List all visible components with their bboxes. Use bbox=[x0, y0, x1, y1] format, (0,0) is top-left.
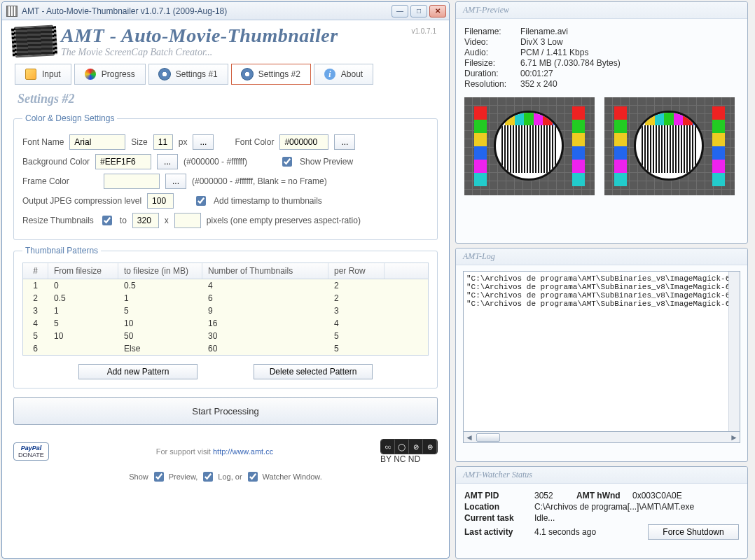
resize-to: to bbox=[120, 216, 127, 225]
duration-val: 00:01:27 bbox=[520, 69, 553, 78]
resize-checkbox[interactable] bbox=[102, 216, 112, 225]
cc-license-badge[interactable]: ㏄◯⊘⊜ BY NC ND bbox=[380, 439, 438, 464]
table-row[interactable]: 20.5162 bbox=[23, 292, 428, 304]
frame-color-picker-button[interactable]: ... bbox=[165, 174, 186, 189]
tab-settings1-label: Settings #1 bbox=[176, 69, 218, 79]
show-preview-text: Preview, bbox=[169, 472, 198, 481]
progress-icon bbox=[85, 69, 96, 80]
watcher-title: AMT-Watcher Status bbox=[456, 467, 747, 484]
show-preview-toggle[interactable] bbox=[154, 472, 164, 482]
paypal-donate-button[interactable]: PayPal DONATE bbox=[13, 442, 49, 461]
log-scrollbar-vertical[interactable] bbox=[728, 272, 740, 431]
font-color-label: Font Color bbox=[235, 137, 274, 147]
hwnd-key: AMT hWnd bbox=[576, 491, 632, 500]
patterns-fieldset: Thumbnail Patterns # From filesize to fi… bbox=[13, 246, 438, 388]
start-processing-button[interactable]: Start Processing bbox=[13, 397, 438, 425]
tab-input[interactable]: Input bbox=[15, 64, 71, 85]
tab-settings2[interactable]: Settings #2 bbox=[231, 64, 311, 85]
table-row[interactable]: 31593 bbox=[23, 304, 428, 317]
bg-color-input[interactable] bbox=[95, 154, 151, 169]
resolution-key: Resolution: bbox=[464, 79, 520, 89]
table-row[interactable]: 100.542 bbox=[23, 279, 428, 292]
last-key: Last activity bbox=[464, 527, 534, 537]
preview-panel: AMT-Preview Filename:Filename.avi Video:… bbox=[455, 1, 748, 244]
tab-settings2-label: Settings #2 bbox=[258, 69, 300, 79]
tab-progress-label: Progress bbox=[102, 69, 135, 79]
force-shutdown-button[interactable]: Force Shutdown bbox=[648, 524, 739, 540]
show-preview-label: Show Preview bbox=[300, 157, 353, 167]
patterns-legend: Thumbnail Patterns bbox=[22, 246, 101, 255]
filesize-val: 6.71 MB (7.030.784 Bytes) bbox=[520, 58, 621, 68]
resolution-val: 352 x 240 bbox=[520, 79, 557, 89]
col-from: From filesize bbox=[48, 263, 118, 279]
bg-color-picker-button[interactable]: ... bbox=[157, 154, 178, 169]
bg-color-label: Background Color bbox=[22, 157, 90, 167]
jpeg-level-input[interactable] bbox=[147, 193, 174, 209]
frame-hint: (#000000 - #ffffff, Blank = no Frame) bbox=[192, 176, 327, 186]
location-val: C:\Archivos de programa[...]\AMT\AMT.exe bbox=[534, 502, 694, 512]
add-pattern-button[interactable]: Add new Pattern bbox=[78, 364, 198, 379]
frame-color-input[interactable] bbox=[104, 174, 160, 189]
table-row[interactable]: 6Else605 bbox=[23, 342, 428, 355]
audio-val: PCM / 1.411 Kbps bbox=[520, 48, 588, 57]
show-watcher-toggle[interactable] bbox=[248, 472, 258, 482]
table-row[interactable]: 51050305 bbox=[23, 330, 428, 342]
delete-pattern-button[interactable]: Delete selected Pattern bbox=[254, 364, 373, 379]
pattern-table-body[interactable]: 100.54220.5162315934510164510503056Else6… bbox=[23, 279, 428, 355]
show-preview-checkbox[interactable] bbox=[282, 157, 292, 167]
duration-key: Duration: bbox=[464, 69, 520, 78]
support-link[interactable]: http://www.amt.cc bbox=[213, 447, 273, 456]
frame-color-label: Frame Color bbox=[22, 176, 98, 186]
color-design-fieldset: Color & Design Settings Font Name Size p… bbox=[13, 113, 438, 240]
tab-settings1[interactable]: Settings #1 bbox=[148, 64, 228, 85]
resize-width-input[interactable] bbox=[132, 213, 159, 228]
tab-bar: Input Progress Settings #1 Settings #2 i… bbox=[2, 59, 449, 90]
font-name-label: Font Name bbox=[22, 137, 64, 147]
resize-x: x bbox=[165, 216, 169, 225]
minimize-button[interactable]: — bbox=[392, 5, 408, 18]
paypal-donate-label: DONATE bbox=[18, 451, 44, 458]
log-textarea[interactable]: "C:\Archivos de programa\AMT\SubBinaries… bbox=[463, 271, 740, 432]
watcher-panel: AMT-Watcher Status AMT PID 3052 AMT hWnd… bbox=[455, 466, 748, 559]
jpeg-label: Output JPEG compression level bbox=[22, 196, 141, 206]
font-color-picker-button[interactable]: ... bbox=[334, 134, 355, 150]
resize-hint: pixels (one empty preserves aspect-ratio… bbox=[207, 216, 361, 225]
resize-height-input[interactable] bbox=[174, 213, 201, 228]
col-num: # bbox=[23, 263, 48, 279]
input-icon bbox=[25, 69, 36, 80]
maximize-button[interactable]: □ bbox=[410, 5, 427, 18]
pattern-table: # From filesize to filesize (in MB) Numb… bbox=[22, 262, 429, 356]
gear-icon bbox=[242, 69, 253, 80]
task-key: Current task bbox=[464, 513, 534, 523]
show-row: Show Preview, Log, or Watcher Window. bbox=[2, 470, 449, 486]
log-scrollbar-horizontal[interactable]: ◄ ► bbox=[463, 432, 740, 443]
log-title: AMT-Log bbox=[456, 248, 747, 265]
font-name-input[interactable] bbox=[69, 134, 125, 150]
preview-thumbnail-1 bbox=[464, 97, 595, 195]
font-picker-button[interactable]: ... bbox=[193, 134, 214, 150]
tab-input-label: Input bbox=[42, 69, 61, 79]
log-panel: AMT-Log "C:\Archivos de programa\AMT\Sub… bbox=[455, 248, 748, 462]
timestamp-checkbox[interactable] bbox=[196, 196, 206, 206]
color-design-legend: Color & Design Settings bbox=[22, 113, 117, 123]
tab-progress[interactable]: Progress bbox=[74, 64, 146, 85]
location-key: Location bbox=[464, 502, 534, 512]
close-button[interactable]: ✕ bbox=[429, 5, 446, 18]
resize-label: Resize Thumbnails bbox=[22, 216, 94, 225]
filename-key: Filename: bbox=[464, 27, 520, 36]
font-color-input[interactable] bbox=[279, 134, 328, 150]
show-watcher-text: Watcher Window. bbox=[263, 472, 322, 481]
table-row[interactable]: 4510164 bbox=[23, 317, 428, 330]
task-val: Idle... bbox=[534, 513, 739, 523]
gear-icon bbox=[159, 69, 170, 80]
font-size-input[interactable] bbox=[153, 134, 173, 150]
size-unit: px bbox=[179, 137, 188, 147]
pid-val: 3052 bbox=[534, 491, 576, 500]
last-val: 4.1 seconds ago bbox=[534, 527, 648, 537]
titlebar: AMT - Auto-Movie-Thumbnailer v1.0.7.1 (2… bbox=[2, 2, 449, 20]
app-icon bbox=[6, 6, 18, 17]
support-prefix: For support visit bbox=[156, 447, 211, 456]
tab-about[interactable]: iAbout bbox=[314, 64, 373, 85]
cc-labels: BY NC ND bbox=[380, 454, 438, 464]
show-log-toggle[interactable] bbox=[203, 472, 213, 482]
